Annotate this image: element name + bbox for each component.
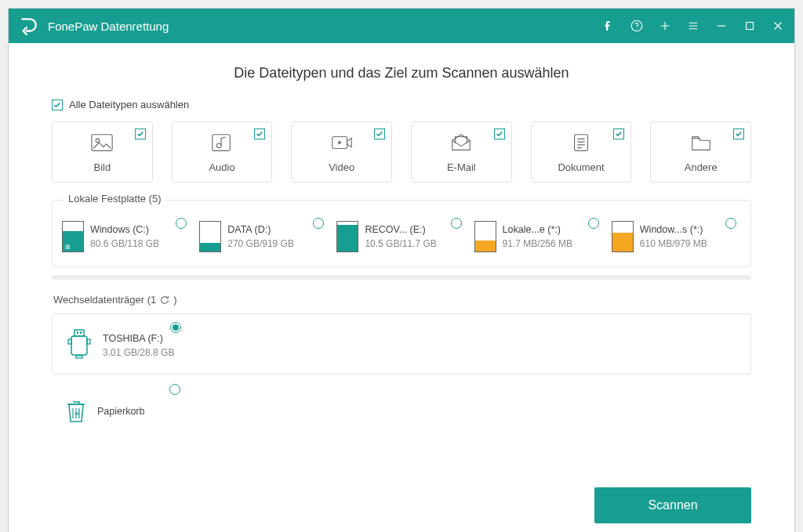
recycle-bin-label: Papierkorb xyxy=(97,406,144,417)
plus-icon[interactable] xyxy=(658,19,672,33)
drive-item[interactable]: Window...s (*:) 610 MB/979 MB xyxy=(612,221,741,252)
svg-rect-10 xyxy=(77,331,78,334)
drive-radio[interactable] xyxy=(451,218,462,229)
card-audio[interactable]: Audio xyxy=(172,121,273,183)
main-content: Die Dateitypen und das Ziel zum Scannen … xyxy=(9,43,794,532)
drive-size: 10.5 GB/11.7 GB xyxy=(365,238,436,249)
card-other-checkbox[interactable] xyxy=(733,128,744,139)
disk-icon xyxy=(474,221,496,252)
help-icon[interactable] xyxy=(630,19,644,33)
drive-radio[interactable] xyxy=(176,218,187,229)
card-image-label: Bild xyxy=(93,161,111,173)
select-all-checkbox[interactable] xyxy=(52,100,63,110)
drive-info: Windows (C:) 80.6 GB/118 GB xyxy=(90,221,159,249)
select-all-row[interactable]: Alle Dateitypen auswählen xyxy=(52,99,751,110)
card-video-checkbox[interactable] xyxy=(374,128,385,139)
drive-name: Windows (C:) xyxy=(90,224,159,235)
window-controls xyxy=(601,19,785,33)
local-drives-label: Lokale Festplatte (5) xyxy=(64,193,166,204)
drive-radio[interactable] xyxy=(313,218,324,229)
app-logo-icon xyxy=(18,16,38,36)
horizontal-scrollbar[interactable] xyxy=(52,275,751,280)
drive-info: RECOV... (E:) 10.5 GB/11.7 GB xyxy=(365,221,436,249)
image-icon xyxy=(90,132,114,157)
removable-drive-size: 3.01 GB/28.8 GB xyxy=(103,347,174,358)
titlebar: FonePaw Datenrettung xyxy=(9,9,794,43)
select-all-label: Alle Dateitypen auswählen xyxy=(69,99,189,110)
card-video[interactable]: Video xyxy=(291,121,392,183)
svg-rect-14 xyxy=(87,339,90,344)
removable-drive[interactable]: TOSHIBA (F:) 3.01 GB/28.8 GB xyxy=(52,313,751,375)
card-document-checkbox[interactable] xyxy=(613,128,624,139)
maximize-icon[interactable] xyxy=(743,19,757,33)
drive-size: 80.6 GB/118 GB xyxy=(90,238,159,249)
drive-name: DATA (D:) xyxy=(227,224,294,235)
drive-radio[interactable] xyxy=(725,218,736,229)
svg-rect-2 xyxy=(747,23,754,30)
removable-drive-name: TOSHIBA (F:) xyxy=(103,333,174,344)
card-document[interactable]: Dokument xyxy=(531,121,632,183)
disk-icon xyxy=(336,221,358,252)
recycle-bin[interactable]: Papierkorb xyxy=(52,392,751,425)
card-image-checkbox[interactable] xyxy=(135,128,146,139)
scan-button[interactable]: Scannen xyxy=(594,487,751,523)
svg-rect-13 xyxy=(68,339,71,344)
card-image[interactable]: Bild xyxy=(52,121,153,183)
document-icon xyxy=(569,132,593,157)
svg-rect-8 xyxy=(575,134,588,150)
drive-info: DATA (D:) 270 GB/919 GB xyxy=(227,221,294,249)
svg-rect-12 xyxy=(71,336,87,355)
email-icon xyxy=(449,132,473,157)
card-audio-checkbox[interactable] xyxy=(254,128,265,139)
card-other[interactable]: Andere xyxy=(650,121,751,183)
drive-name: Lokale...e (*:) xyxy=(503,224,572,235)
drive-size: 270 GB/919 GB xyxy=(227,238,294,249)
card-audio-label: Audio xyxy=(209,161,234,173)
filetype-cards: Bild Audio Video E-Mail Dokument xyxy=(52,121,751,183)
page-heading: Die Dateitypen und das Ziel zum Scannen … xyxy=(52,65,751,81)
app-window: FonePaw Datenrettung Die Dateitypen und … xyxy=(8,8,795,532)
audio-icon xyxy=(210,132,234,157)
drive-name: RECOV... (E:) xyxy=(365,224,436,235)
app-title: FonePaw Datenrettung xyxy=(48,20,601,33)
svg-point-6 xyxy=(216,143,221,147)
drives-row: ⊞ Windows (C:) 80.6 GB/118 GB DATA (D:) … xyxy=(62,221,741,252)
disk-icon xyxy=(199,221,221,252)
drive-size: 610 MB/979 MB xyxy=(640,238,707,249)
close-icon[interactable] xyxy=(771,19,785,33)
svg-point-1 xyxy=(636,28,637,29)
svg-rect-9 xyxy=(74,330,84,336)
facebook-icon[interactable] xyxy=(601,19,616,33)
local-drives-group: Lokale Festplatte (5) ⊞ Windows (C:) 80.… xyxy=(52,200,751,267)
removable-drive-info: TOSHIBA (F:) 3.01 GB/28.8 GB xyxy=(103,330,174,358)
svg-point-4 xyxy=(96,138,100,142)
menu-icon[interactable] xyxy=(686,19,700,33)
recycle-radio[interactable] xyxy=(169,384,180,395)
video-icon xyxy=(330,132,354,157)
card-email[interactable]: E-Mail xyxy=(411,121,512,183)
drive-info: Window...s (*:) 610 MB/979 MB xyxy=(640,221,707,249)
drive-size: 91.7 MB/256 MB xyxy=(503,238,572,249)
folder-icon xyxy=(689,132,713,157)
drive-info: Lokale...e (*:) 91.7 MB/256 MB xyxy=(503,221,572,249)
windows-badge-icon: ⊞ xyxy=(64,243,71,251)
drive-item[interactable]: RECOV... (E:) 10.5 GB/11.7 GB xyxy=(336,221,466,252)
svg-rect-3 xyxy=(92,134,112,150)
card-other-label: Andere xyxy=(685,161,718,173)
removable-radio[interactable] xyxy=(170,322,181,333)
refresh-icon[interactable] xyxy=(159,295,170,306)
usb-icon xyxy=(65,328,93,360)
recycle-bin-icon xyxy=(64,398,88,425)
card-email-label: E-Mail xyxy=(447,161,476,173)
disk-icon xyxy=(612,221,634,252)
drive-radio[interactable] xyxy=(588,218,599,229)
drive-item[interactable]: ⊞ Windows (C:) 80.6 GB/118 GB xyxy=(62,221,191,252)
minimize-icon[interactable] xyxy=(714,19,729,33)
svg-rect-11 xyxy=(80,331,82,334)
card-email-checkbox[interactable] xyxy=(494,128,505,139)
card-document-label: Dokument xyxy=(558,161,604,173)
drive-item[interactable]: DATA (D:) 270 GB/919 GB xyxy=(199,221,329,252)
svg-rect-15 xyxy=(76,356,82,358)
disk-icon: ⊞ xyxy=(62,221,84,252)
drive-item[interactable]: Lokale...e (*:) 91.7 MB/256 MB xyxy=(474,221,604,252)
